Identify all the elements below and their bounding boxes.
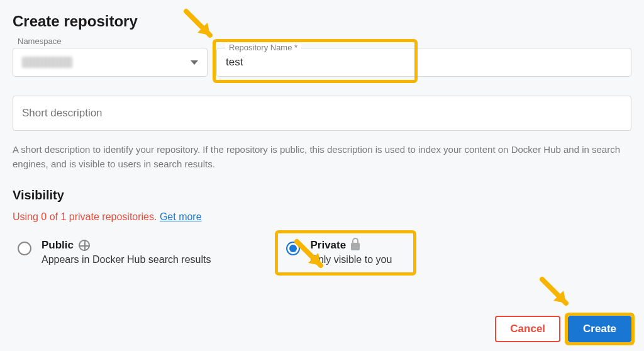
private-title: Private: [310, 239, 346, 252]
visibility-public-option[interactable]: Public Appears in Docker Hub search resu…: [18, 239, 211, 265]
public-title: Public: [42, 239, 74, 252]
public-subtitle: Appears in Docker Hub search results: [42, 254, 211, 265]
description-help-text: A short description to identify your rep…: [13, 142, 631, 172]
chevron-down-icon: [191, 60, 198, 65]
namespace-label: Namespace: [14, 36, 65, 46]
create-button-label: Create: [583, 323, 616, 335]
namespace-value-redacted: [22, 57, 72, 68]
public-radio[interactable]: [18, 242, 31, 255]
private-radio[interactable]: [286, 242, 300, 255]
visibility-private-option[interactable]: Private Only visible to you: [286, 239, 392, 265]
private-subtitle: Only visible to you: [310, 254, 392, 265]
create-button[interactable]: Create: [568, 316, 631, 342]
visibility-options: Public Appears in Docker Hub search resu…: [13, 239, 631, 265]
cancel-button[interactable]: Cancel: [495, 316, 560, 342]
annotation-arrow-icon: [538, 276, 576, 313]
name-row: Namespace Repository Name *: [13, 48, 631, 77]
action-buttons: Cancel Create: [495, 316, 631, 342]
private-repo-usage: Using 0 of 1 private repositories. Get m…: [13, 211, 631, 223]
namespace-select[interactable]: [13, 48, 208, 77]
repository-name-label: Repository Name *: [225, 43, 301, 52]
repository-name-field: Repository Name *: [216, 48, 631, 77]
visibility-title: Visibility: [13, 188, 631, 203]
public-text: Public Appears in Docker Hub search resu…: [42, 239, 211, 265]
short-description-input[interactable]: [13, 96, 631, 131]
usage-count-text: Using 0 of 1 private repositories.: [13, 211, 160, 222]
private-text: Private Only visible to you: [310, 239, 392, 265]
get-more-link[interactable]: Get more: [160, 211, 202, 222]
globe-icon: [79, 240, 90, 251]
lock-icon: [351, 243, 360, 250]
namespace-field: Namespace: [13, 48, 208, 77]
page-title: Create repository: [13, 13, 631, 30]
